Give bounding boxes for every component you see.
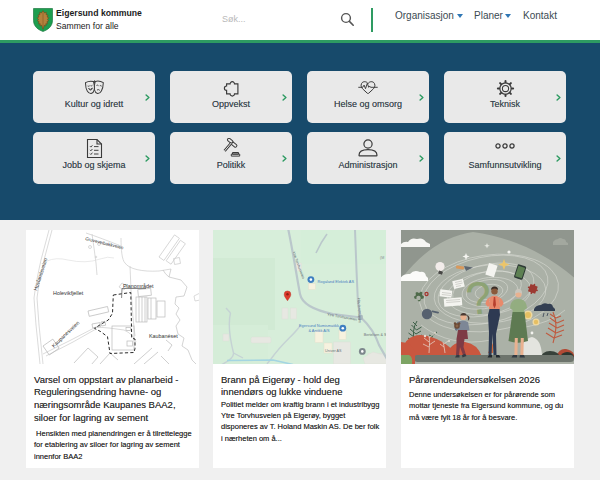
svg-text:Kaubanéset: Kaubanéset	[149, 333, 178, 339]
svg-text:Univer AS: Univer AS	[325, 349, 342, 353]
svg-text:Bertelsen & Sø: Bertelsen & Sø	[364, 333, 386, 337]
svg-text:(M: (M	[380, 256, 384, 260]
svg-text:Planområdet: Planområdet	[123, 283, 154, 289]
svg-text:Rogaland Elektek AS: Rogaland Elektek AS	[318, 279, 355, 284]
svg-text:& Antikk A/S: & Antikk A/S	[308, 328, 330, 333]
svg-text:Holevikfjellet: Holevikfjellet	[53, 290, 84, 296]
